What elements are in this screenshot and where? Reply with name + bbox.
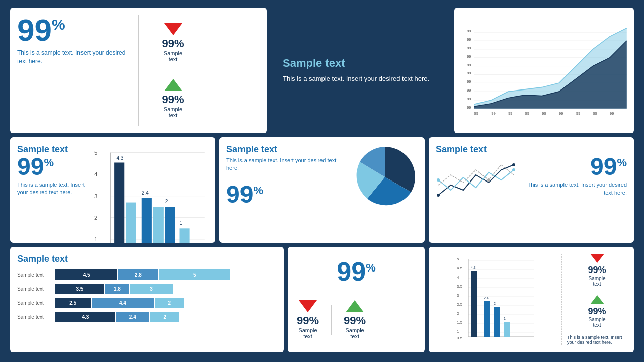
svg-text:99: 99 (525, 111, 529, 116)
arrow-up-icon-1 (164, 79, 182, 91)
svg-text:99: 99 (491, 111, 495, 116)
svg-text:99: 99 (467, 54, 471, 59)
bar-chart-area: 5 4 3 2 1 0 4.3 (93, 144, 208, 243)
svg-text:5: 5 (457, 257, 459, 261)
svg-text:99: 99 (467, 88, 471, 93)
svg-text:99: 99 (467, 29, 471, 33)
spark-title: Sample text (436, 144, 516, 155)
svg-text:2: 2 (165, 199, 168, 204)
pie-left: Sample text This is a sample text. Inser… (226, 144, 347, 207)
arrow-stats-row: 99% Sampletext 99% Sampletext (295, 294, 418, 341)
svg-rect-79 (471, 271, 477, 337)
arrow-percent-3: 99% (297, 314, 319, 327)
line-chart-card: 99 99 99 99 99 99 99 99 99 99 (454, 8, 634, 133)
arrow-percent-4: 99% (344, 314, 366, 327)
svg-point-57 (487, 178, 490, 182)
svg-text:1.5: 1.5 (457, 320, 463, 325)
arrow-down-icon-1 (164, 23, 182, 35)
dark-card-desc: This is a sample text. Insert your desir… (283, 74, 429, 84)
svg-text:99: 99 (467, 63, 471, 67)
svg-point-56 (512, 168, 515, 171)
hbar-inner-1: 4.5 2.8 5 (55, 269, 277, 280)
hbar-inner-3: 2.5 4.4 2 (55, 298, 277, 308)
svg-point-55 (437, 178, 440, 182)
bar2-arrows: 99% Sampletext 99% Sampletext This is a … (561, 254, 627, 345)
svg-text:99: 99 (593, 111, 597, 116)
bar-card-inner: Sample text 99% This is a sample text. I… (17, 144, 208, 243)
arrow-down-block-3: 99% Sampletext (567, 254, 627, 287)
svg-rect-46 (142, 198, 152, 243)
svg-text:99: 99 (467, 46, 471, 50)
spark-right: 99% This is a sample text. Insert your d… (521, 144, 627, 207)
bar-card-desc: This is a sample text. Insert your desir… (17, 181, 88, 197)
svg-text:4: 4 (457, 275, 459, 280)
svg-rect-47 (153, 207, 164, 243)
hbar-seg3-1: 5 (159, 269, 230, 280)
arrow-percent-5: 99% (567, 265, 627, 276)
hbar-seg3-4: 2 (150, 312, 179, 322)
hbar-row-4: Sample text 4.3 2.4 2 (17, 312, 277, 322)
svg-text:99: 99 (542, 111, 546, 116)
hbar-seg1-2: 3.5 (55, 284, 104, 294)
svg-text:0: 0 (468, 339, 470, 339)
svg-point-53 (437, 194, 440, 197)
svg-rect-49 (165, 207, 175, 243)
hbar-row-2: Sample text 3.5 1.8 3 (17, 284, 277, 294)
svg-rect-51 (180, 228, 190, 243)
hbar-card: Sample text Sample text 4.5 2.8 5 Sample… (10, 247, 284, 352)
bar-card-num: 99% (17, 155, 88, 179)
hbar-seg3-3: 2 (155, 298, 184, 308)
svg-text:1: 1 (504, 317, 506, 320)
hbar-seg2-2: 1.8 (105, 284, 129, 294)
svg-text:3: 3 (94, 193, 97, 199)
arrow-down-icon-2 (299, 300, 317, 312)
hbar-inner-4: 4.3 2.4 2 (55, 312, 277, 322)
svg-text:1: 1 (457, 329, 459, 334)
arrow-percent-6: 99% (567, 306, 627, 317)
hbar-seg2-4: 2.4 (116, 312, 149, 322)
hbar-seg2-1: 2.8 (118, 269, 158, 280)
pie-card-num: 99% (226, 183, 347, 207)
arrow-label-3: Sampletext (297, 327, 319, 339)
pie-svg (352, 144, 418, 210)
pie-card-title: Sample text (226, 144, 347, 155)
arrow-up-block-2: 99% Sampletext (342, 298, 368, 341)
bar-chart-card: Sample text 99% This is a sample text. I… (10, 137, 215, 243)
arrow-percent-2: 99% (146, 93, 200, 106)
hbar-seg1-1: 4.5 (55, 269, 117, 280)
spark-inner: Sample text 99% (436, 144, 627, 207)
bar2-desc: This is a sample text. Insert your desir… (567, 335, 627, 345)
hbar-seg2-3: 4.4 (92, 298, 153, 308)
bar-svg-1: 5 4 3 2 1 0 4.3 (93, 144, 208, 243)
svg-rect-43 (114, 163, 124, 243)
dark-card-top: Sample text This is a sample text. Inser… (271, 8, 450, 133)
svg-text:99: 99 (559, 111, 563, 116)
arrow-down-block-1: 99% Sampletext (144, 21, 202, 64)
svg-text:3.5: 3.5 (457, 284, 463, 289)
svg-text:99: 99 (467, 71, 471, 75)
arrow-down-icon-3 (590, 254, 604, 263)
hbar-seg3-2: 3 (130, 284, 173, 294)
arrow-stats-card: 99% 99% Sampletext 99% Sampletext (288, 247, 425, 352)
hbar-title: Sample text (17, 254, 277, 264)
bar2-chart: 5 4.5 4 3.5 3 2.5 2 1.5 1 0.5 (436, 254, 556, 345)
svg-text:2: 2 (494, 302, 496, 305)
svg-rect-85 (504, 322, 510, 337)
bar2-card: 5 4.5 4 3.5 3 2.5 2 1.5 1 0.5 (429, 247, 634, 352)
svg-text:0.5: 0.5 (457, 336, 463, 339)
svg-text:3: 3 (457, 293, 459, 298)
hbar-row-3: Sample text 2.5 4.4 2 (17, 298, 277, 308)
svg-text:5: 5 (94, 150, 97, 156)
sparkline-card: Sample text 99% (429, 137, 634, 243)
dashboard: 99% This is a sample text. Insert your d… (10, 8, 634, 354)
svg-text:4.5: 4.5 (457, 266, 463, 270)
arrow-label-1: Sampletext (146, 50, 200, 62)
arrow-label-5: Sampletext (567, 276, 627, 287)
big-percent-1: 99% (17, 15, 133, 46)
arrow-stats-num: 99% (337, 258, 375, 285)
stats-desc-1: This is a sample text. Insert your desir… (17, 49, 133, 66)
arrow-up-icon-3 (590, 295, 604, 304)
bar-card-left: Sample text 99% This is a sample text. I… (17, 144, 88, 243)
arrow-up-block-3: 99% Sampletext (567, 295, 627, 328)
hbar-label-2: Sample text (17, 286, 52, 292)
